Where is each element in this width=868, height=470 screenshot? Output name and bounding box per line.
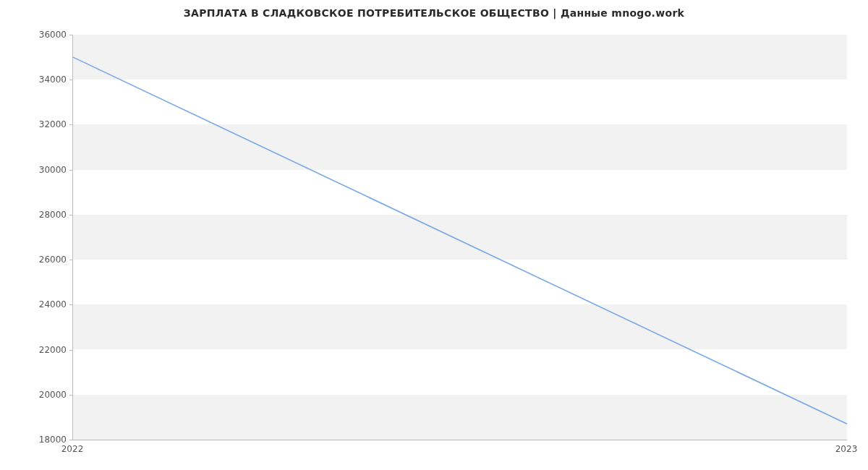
plot-area <box>72 35 847 440</box>
x-tick-label: 2022 <box>61 444 84 454</box>
y-tick-label: 18000 <box>9 435 67 445</box>
y-tick-label: 36000 <box>9 30 67 40</box>
y-tick-label: 32000 <box>9 119 67 129</box>
x-tick-label: 2023 <box>835 444 858 454</box>
chart-title: ЗАРПЛАТА В СЛАДКОВСКОЕ ПОТРЕБИТЕЛЬСКОЕ О… <box>0 7 868 19</box>
y-tick-mark <box>69 440 73 440</box>
line-layer <box>73 35 847 440</box>
y-tick-label: 34000 <box>9 74 67 85</box>
y-tick-label: 20000 <box>9 390 67 400</box>
chart-container: ЗАРПЛАТА В СЛАДКОВСКОЕ ПОТРЕБИТЕЛЬСКОЕ О… <box>0 0 868 470</box>
y-tick-label: 30000 <box>9 165 67 175</box>
y-tick-label: 22000 <box>9 345 67 355</box>
y-tick-label: 26000 <box>9 255 67 265</box>
y-tick-label: 24000 <box>9 299 67 309</box>
data-series-line <box>73 57 847 424</box>
y-tick-label: 28000 <box>9 210 67 220</box>
